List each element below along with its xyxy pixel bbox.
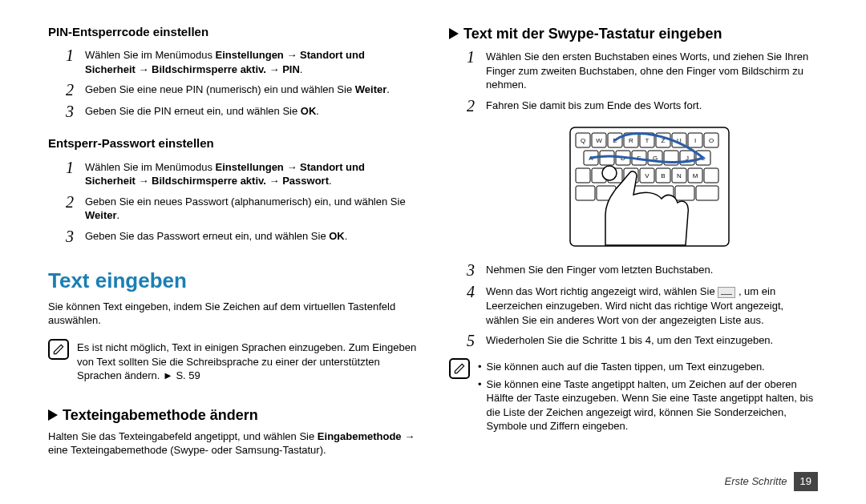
numbered-step: 2Fahren Sie damit bis zum Ende des Worts… xyxy=(449,97,818,114)
note-icon xyxy=(449,358,470,379)
svg-rect-18 xyxy=(576,168,590,183)
text-intro: Sie können Text eingeben, indem Sie Zeic… xyxy=(48,300,417,328)
step-number: 2 xyxy=(467,97,478,114)
step-text: Wählen Sie im Menümodus Einstellungen → … xyxy=(85,159,417,188)
svg-rect-30 xyxy=(675,186,694,200)
footer-section: Erste Schritte xyxy=(725,474,787,489)
svg-text:Q: Q xyxy=(581,137,585,144)
svg-text:B: B xyxy=(661,172,665,179)
tip-item: Sie können eine Taste angetippt halten, … xyxy=(478,377,818,433)
step-text: Wiederholen Sie die Schritte 1 bis 4, um… xyxy=(486,332,818,349)
step-text: Geben Sie ein neues Passwort (alphanumer… xyxy=(85,193,417,223)
numbered-step: 2Geben Sie ein neues Passwort (alphanume… xyxy=(48,193,417,223)
pw-steps: 1Wählen Sie im Menümodus Einstellungen →… xyxy=(48,159,417,249)
pin-title: PIN-Entsperrcode einstellen xyxy=(48,24,417,40)
step-number: 1 xyxy=(467,48,478,92)
numbered-step: 1Wählen Sie im Menümodus Einstellungen →… xyxy=(48,46,417,76)
swype-heading: Text mit der Swype-Tastatur eingeben xyxy=(449,24,818,43)
numbered-step: 2Geben Sie eine neue PIN (numerisch) ein… xyxy=(48,81,417,98)
numbered-step: 3Geben Sie die PIN erneut ein, und wähle… xyxy=(48,103,417,119)
pin-steps: 1Wählen Sie im Menümodus Einstellungen →… xyxy=(48,46,417,124)
note-body: Es ist nicht möglich, Text in einigen Sp… xyxy=(77,339,417,383)
step-text: Geben Sie das Passwort erneut ein, und w… xyxy=(85,228,417,244)
space-key-icon xyxy=(718,287,735,298)
step-number: 1 xyxy=(66,159,77,188)
swype-steps-b: 3Nehmen Sie den Finger vom letzten Buchs… xyxy=(449,261,818,353)
svg-text:N: N xyxy=(677,172,682,179)
svg-text:T: T xyxy=(645,137,650,144)
note-icon xyxy=(48,339,69,360)
chevron-right-icon xyxy=(48,409,58,421)
svg-text:R: R xyxy=(629,137,633,144)
chevron-right-icon xyxy=(449,28,459,39)
svg-rect-11 xyxy=(600,151,614,165)
step-number: 4 xyxy=(467,283,478,327)
numbered-step: 5Wiederholen Sie die Schritte 1 bis 4, u… xyxy=(449,332,818,349)
svg-rect-27 xyxy=(576,186,595,200)
text-heading: Text eingeben xyxy=(48,267,417,295)
page-number: 19 xyxy=(794,472,818,491)
step-text: Fahren Sie damit bis zum Ende des Worts … xyxy=(486,97,818,114)
step-text: Geben Sie die PIN erneut ein, und wählen… xyxy=(85,103,417,119)
step-text: Wählen Sie den ersten Buchstaben eines W… xyxy=(486,48,818,92)
numbered-step: 1Wählen Sie den ersten Buchstaben eines … xyxy=(449,48,818,92)
method-heading: Texteingabemethode ändern xyxy=(48,405,417,425)
step-number: 3 xyxy=(66,103,77,119)
right-column: Text mit der Swype-Tastatur eingeben 1Wä… xyxy=(449,24,818,488)
swype-keyboard-illustration: QWERTZUIO ADFGJL CVBNM xyxy=(481,127,818,251)
step-text: Wenn das Wort richtig angezeigt wird, wä… xyxy=(486,283,818,327)
step-text: Geben Sie eine neue PIN (numerisch) ein … xyxy=(85,81,417,98)
step-number: 1 xyxy=(66,46,77,76)
numbered-step: 3Nehmen Sie den Finger vom letzten Buchs… xyxy=(449,261,818,278)
svg-rect-31 xyxy=(696,186,718,200)
swype-steps-a: 1Wählen Sie den ersten Buchstaben eines … xyxy=(449,48,818,119)
swype-tips: Sie können auch auf die Tasten tippen, u… xyxy=(449,358,818,437)
step-number: 2 xyxy=(66,193,77,223)
svg-rect-26 xyxy=(704,168,718,183)
step-number: 3 xyxy=(467,261,478,278)
pw-title: Entsperr-Passwort einstellen xyxy=(48,135,417,151)
step-text: Wählen Sie im Menümodus Einstellungen → … xyxy=(85,46,417,76)
step-text: Nehmen Sie den Finger vom letzten Buchst… xyxy=(486,261,818,278)
language-note: Es ist nicht möglich, Text in einigen Sp… xyxy=(48,339,417,383)
svg-text:I: I xyxy=(694,137,696,144)
tip-item: Sie können auch auf die Tasten tippen, u… xyxy=(478,360,818,374)
numbered-step: 4Wenn das Wort richtig angezeigt wird, w… xyxy=(449,283,818,327)
svg-text:W: W xyxy=(596,137,602,144)
numbered-step: 3Geben Sie das Passwort erneut ein, und … xyxy=(48,228,417,244)
left-column: PIN-Entsperrcode einstellen 1Wählen Sie … xyxy=(48,24,417,488)
method-body: Halten Sie das Texteingabefeld angetippt… xyxy=(48,429,417,458)
step-number: 2 xyxy=(66,81,77,98)
svg-text:M: M xyxy=(693,172,698,179)
svg-point-52 xyxy=(602,166,617,180)
numbered-step: 1Wählen Sie im Menümodus Einstellungen →… xyxy=(48,159,417,188)
svg-text:O: O xyxy=(709,137,714,144)
step-number: 5 xyxy=(467,332,478,349)
step-number: 3 xyxy=(66,228,77,244)
svg-text:V: V xyxy=(645,172,650,179)
footer: Erste Schritte 19 xyxy=(725,472,819,491)
swype-tips-body: Sie können auch auf die Tasten tippen, u… xyxy=(478,358,818,437)
